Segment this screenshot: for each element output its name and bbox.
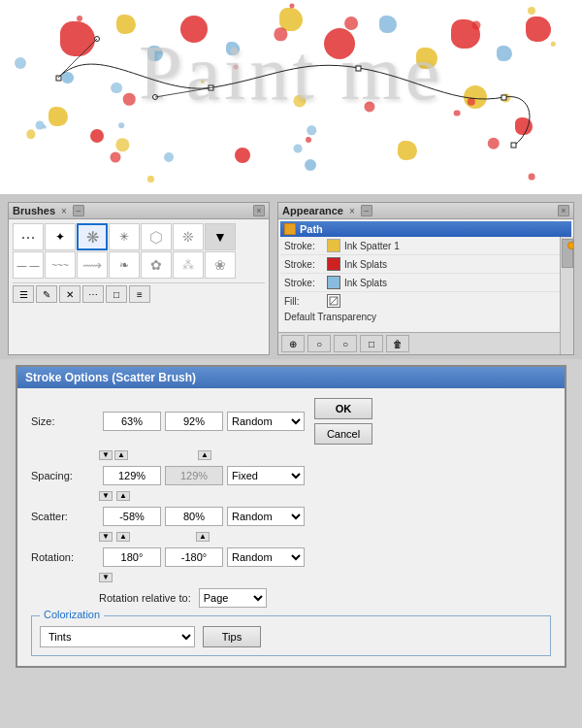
scatter-min-down[interactable]: ▼ <box>99 532 113 542</box>
rotation-mode-select[interactable]: Random Fixed <box>227 547 305 567</box>
splatter <box>497 46 512 61</box>
appearance-stroke1-row: Stroke: Ink Spatter 1 R: 241 G: 190 B: 4… <box>280 237 571 255</box>
tips-button[interactable]: Tips <box>203 626 261 647</box>
rotation-row: Rotation: Random Fixed <box>31 547 551 567</box>
path-label: Path <box>300 223 323 235</box>
brushes-tab-close[interactable]: × <box>61 206 67 216</box>
size-min-down[interactable]: ▼ <box>99 450 113 460</box>
brush-item[interactable]: ✦ <box>45 223 76 250</box>
svg-rect-0 <box>56 76 61 81</box>
brush-item[interactable]: ⬡ <box>141 223 172 250</box>
size-max-arrows: ▲ <box>198 450 211 460</box>
brush-item[interactable]: ⟿ <box>77 251 108 279</box>
brush-item[interactable]: ⁂ <box>173 251 204 279</box>
size-min-arrows: ▼ ▲ <box>99 450 128 460</box>
stroke1-name[interactable]: Ink Spatter 1 <box>344 241 400 251</box>
brush-item-selected[interactable]: ❋ <box>77 223 108 250</box>
rotation-down[interactable]: ▼ <box>99 573 113 582</box>
brush-scroll[interactable]: ▼ <box>205 223 236 250</box>
appearance-minimize[interactable]: – <box>361 205 372 216</box>
splatter-small <box>43 124 47 128</box>
scatter-mode-select[interactable]: Random Fixed <box>227 507 305 526</box>
scatter-min-input[interactable] <box>103 507 161 526</box>
brushes-body: ··· ✦ ❋ ✳ ⬡ ❊ ▼ — — ~~~ ⟿ ❧ ✿ ⁂ ❀ <box>8 219 270 355</box>
size-max-up[interactable]: ▲ <box>198 450 211 460</box>
size-min-up[interactable]: ▲ <box>114 450 128 460</box>
splatter-small <box>111 83 122 94</box>
stroke2-name[interactable]: Ink Splats <box>344 259 387 270</box>
splatter-small <box>471 21 480 30</box>
brush-item[interactable]: — — <box>13 251 44 279</box>
spacing-min-input[interactable] <box>103 466 161 485</box>
stroke1-label: Stroke: <box>284 241 323 251</box>
fill-icon[interactable] <box>327 294 340 308</box>
rotation-relative-select[interactable]: Page Path <box>199 588 267 608</box>
scrollbar-v[interactable] <box>560 237 573 354</box>
rotation-min-input[interactable] <box>103 547 161 567</box>
brush-item[interactable]: ~~~ <box>45 251 76 279</box>
app-footer-btn3[interactable]: ○ <box>334 335 357 352</box>
ok-button[interactable]: OK <box>314 398 372 419</box>
splatter-small <box>116 138 129 150</box>
size-max-input[interactable] <box>165 412 223 431</box>
brush-option-btn[interactable]: ✎ <box>36 285 57 303</box>
stroke3-color[interactable] <box>327 276 340 289</box>
size-row: Size: Random Fixed Pressure OK Cancel <box>31 398 551 445</box>
splatter <box>48 107 68 126</box>
svg-line-6 <box>58 39 97 78</box>
splatter-small <box>551 42 555 46</box>
brush-preview-btn[interactable]: □ <box>106 285 127 303</box>
brush-item[interactable]: ··· <box>13 223 44 250</box>
scatter-max-up[interactable]: ▲ <box>196 532 210 542</box>
appearance-close[interactable]: × <box>558 205 569 216</box>
splatter-small <box>307 125 315 134</box>
splatter-small <box>454 110 461 116</box>
splatter <box>279 8 303 31</box>
splatter-small <box>501 94 510 103</box>
stroke2-color[interactable] <box>327 257 340 271</box>
splatter-small <box>528 7 535 15</box>
splatter-small <box>468 98 475 106</box>
brush-item[interactable]: ✳ <box>109 223 140 250</box>
splatter <box>90 129 104 143</box>
appearance-footer: ⊕ ○ ○ □ 🗑 <box>278 332 573 354</box>
delete-brush-btn[interactable]: ✕ <box>59 285 81 303</box>
splatter-small <box>36 120 45 129</box>
scatter-min-up[interactable]: ▲ <box>116 532 130 542</box>
brush-item[interactable]: ❊ <box>173 223 204 250</box>
brush-item[interactable]: ❧ <box>109 251 140 279</box>
scatter-max-input[interactable] <box>165 507 223 526</box>
brush-more-btn[interactable]: ⋯ <box>82 285 104 303</box>
stroke1-color[interactable] <box>327 239 340 252</box>
size-mode-select[interactable]: Random Fixed Pressure <box>227 412 305 431</box>
brushes-close[interactable]: × <box>253 205 265 216</box>
cancel-button[interactable]: Cancel <box>314 423 372 445</box>
rotation-max-input[interactable] <box>165 547 223 567</box>
brush-item[interactable]: ✿ <box>141 251 172 279</box>
stroke-dialog-wrapper: Stroke Options (Scatter Brush) Size: Ran… <box>0 359 582 674</box>
app-footer-btn4[interactable]: □ <box>360 335 383 352</box>
colorization-row: Tints None Tints and Shades Hue Shift Ti… <box>40 626 542 647</box>
splatter-small <box>528 174 534 181</box>
splatter-small <box>306 137 311 143</box>
tints-select[interactable]: Tints None Tints and Shades Hue Shift <box>40 626 195 647</box>
new-brush-btn[interactable]: ☰ <box>13 285 34 303</box>
fill-label: Fill: <box>284 296 323 307</box>
scatter-row: Scatter: Random Fixed <box>31 507 551 526</box>
spacing-up[interactable]: ▲ <box>116 491 130 501</box>
spacing-down[interactable]: ▼ <box>99 491 113 501</box>
app-footer-btn5[interactable]: 🗑 <box>386 335 409 352</box>
splatter <box>515 117 533 135</box>
splatter-small <box>118 122 124 128</box>
size-min-input[interactable] <box>103 412 161 431</box>
app-footer-btn1[interactable]: ⊕ <box>281 335 305 352</box>
brushes-minimize[interactable]: – <box>73 205 84 216</box>
appearance-titlebar: Appearance × – × <box>277 202 574 219</box>
spacing-mode-select[interactable]: Fixed Random Pressure <box>227 466 305 485</box>
app-footer-btn2[interactable]: ○ <box>307 335 331 352</box>
appearance-tab-close[interactable]: × <box>349 206 355 216</box>
stroke3-name[interactable]: Ink Splats <box>344 278 387 288</box>
brush-list-btn[interactable]: ≡ <box>129 285 150 303</box>
default-transparency: Default Transparency <box>280 310 571 324</box>
brush-item[interactable]: ❀ <box>205 251 236 279</box>
